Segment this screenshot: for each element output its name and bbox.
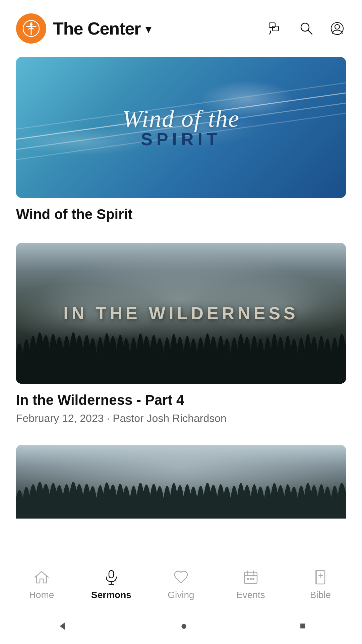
bottom-nav: Home Sermons Giving — [0, 560, 362, 610]
app-name: The Center — [53, 18, 141, 39]
heart-icon — [172, 568, 190, 586]
nav-item-bible[interactable]: Bible — [297, 568, 344, 600]
nav-label-bible: Bible — [310, 590, 331, 600]
nav-label-events: Events — [236, 590, 265, 600]
android-home-button[interactable]: ● — [180, 619, 187, 632]
svg-point-3 — [30, 23, 33, 26]
home-icon — [33, 568, 51, 586]
wind-banner-text: Wind of the Spirit — [16, 106, 346, 149]
app-logo[interactable] — [16, 13, 46, 44]
header-left: The Center ▾ — [16, 13, 152, 44]
svg-point-20 — [253, 578, 254, 580]
sermon-card-wind[interactable]: Wind of the Spirit Wind of the Spirit — [16, 57, 346, 223]
nav-item-sermons[interactable]: Sermons — [88, 568, 135, 600]
svg-rect-4 — [269, 23, 275, 28]
sermon-thumbnail-wilderness-4: IN THE WILDERNESS — [16, 243, 346, 384]
sermon-meta-wilderness-4: February 12, 2023 · Pastor Josh Richards… — [16, 412, 346, 425]
calendar-icon — [242, 568, 260, 586]
sermon-title-wilderness-4: In the Wilderness - Part 4 — [16, 392, 346, 409]
nav-label-giving: Giving — [168, 590, 194, 600]
wilderness-title-text: IN THE WILDERNESS — [63, 304, 299, 323]
app-header: The Center ▾ — [0, 0, 362, 54]
android-back-button[interactable]: ◄ — [58, 619, 66, 633]
sermon-card-wilderness-3[interactable] — [16, 445, 346, 519]
svg-rect-5 — [273, 26, 279, 31]
sermon-card-wilderness-4[interactable]: IN THE WILDERNESS In the Wilderness - Pa… — [16, 243, 346, 424]
svg-line-8 — [308, 30, 312, 34]
android-nav-bar: ◄ ● ■ — [0, 610, 362, 644]
profile-icon[interactable] — [328, 20, 346, 37]
bible-icon — [311, 568, 329, 586]
mic-icon — [102, 568, 120, 586]
header-actions — [267, 20, 346, 37]
svg-point-19 — [250, 578, 251, 580]
nav-item-giving[interactable]: Giving — [158, 568, 204, 600]
sermon-title-wind: Wind of the Spirit — [16, 206, 346, 223]
wind-script-text: Wind of the — [16, 106, 346, 132]
wind-caps-text: Spirit — [16, 129, 346, 149]
nav-item-events[interactable]: Events — [227, 568, 274, 600]
svg-point-18 — [247, 578, 249, 580]
header-title-group[interactable]: The Center ▾ — [53, 18, 152, 39]
chevron-down-icon: ▾ — [145, 22, 152, 36]
nav-item-home[interactable]: Home — [18, 568, 65, 600]
svg-rect-11 — [109, 571, 114, 578]
chat-icon[interactable] — [267, 20, 284, 37]
nav-label-sermons: Sermons — [91, 590, 131, 600]
sermon-thumbnail-wind: Wind of the Spirit — [16, 57, 346, 198]
nav-label-home: Home — [29, 590, 54, 600]
svg-point-10 — [335, 24, 340, 29]
main-content: Wind of the Spirit Wind of the Spirit IN… — [0, 54, 362, 594]
wilderness-banner-text: IN THE WILDERNESS — [63, 303, 299, 323]
android-recents-button[interactable]: ■ — [300, 620, 306, 631]
search-icon[interactable] — [298, 20, 315, 37]
sermon-thumbnail-wilderness-3 — [16, 445, 346, 519]
